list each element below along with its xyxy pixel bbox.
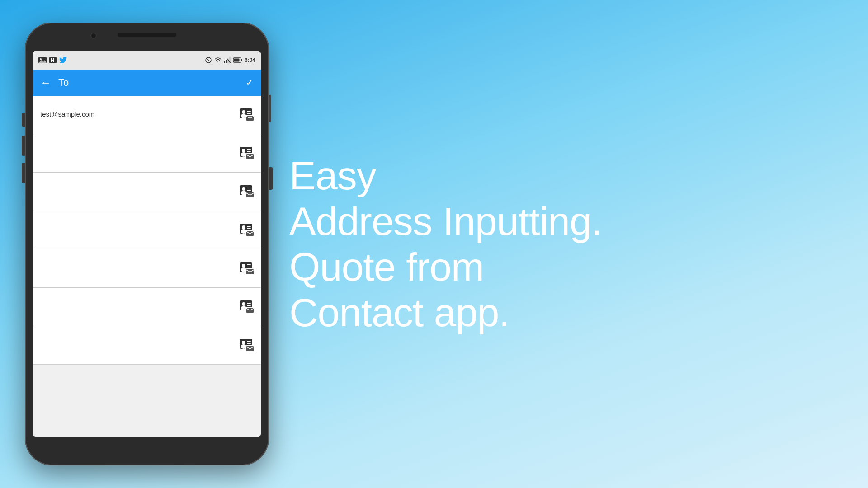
- contact-card-icon-4: [240, 224, 254, 236]
- svg-rect-7: [224, 61, 225, 63]
- signal-icon: [224, 57, 231, 63]
- svg-rect-42: [247, 264, 251, 265]
- svg-rect-49: [247, 305, 251, 306]
- headline-line3: Quote from: [289, 244, 832, 290]
- svg-rect-14: [234, 59, 239, 62]
- address-row: [33, 249, 261, 288]
- contact-picker-3[interactable]: [238, 183, 255, 200]
- address-row: [33, 96, 261, 134]
- contact-picker-5[interactable]: [238, 260, 255, 277]
- n-status-icon: N: [49, 57, 57, 63]
- contact-picker-6[interactable]: [238, 298, 255, 315]
- svg-rect-25: [247, 151, 251, 152]
- svg-text:N: N: [51, 57, 54, 63]
- address-row: [33, 326, 261, 365]
- headline-text: Easy Address Inputting. Quote from Conta…: [289, 153, 832, 336]
- address-row: [33, 288, 261, 326]
- svg-line-6: [207, 59, 210, 61]
- mute-button: [22, 113, 25, 127]
- contact-picker-1[interactable]: [238, 106, 255, 123]
- back-button[interactable]: ←: [40, 77, 51, 88]
- contact-card-icon-2: [240, 147, 254, 160]
- svg-point-28: [242, 187, 245, 191]
- phone-screen: N: [33, 51, 261, 437]
- mute-icon: [205, 57, 212, 63]
- email-input-1[interactable]: [40, 110, 238, 120]
- contact-picker-4[interactable]: [238, 221, 255, 239]
- svg-point-16: [242, 110, 245, 114]
- svg-point-1: [40, 58, 42, 60]
- svg-rect-8: [226, 60, 227, 63]
- svg-point-22: [242, 149, 245, 152]
- svg-rect-31: [247, 190, 251, 191]
- phone-camera: [90, 33, 97, 39]
- svg-rect-18: [247, 111, 251, 112]
- status-bar: N: [33, 51, 261, 70]
- headline-line4: Contact app.: [289, 290, 832, 335]
- svg-rect-54: [247, 341, 251, 342]
- svg-rect-55: [247, 343, 251, 344]
- svg-point-40: [242, 264, 245, 267]
- volume-down-button: [22, 163, 25, 183]
- power-button: [269, 167, 273, 190]
- phone-shell: N: [25, 23, 269, 465]
- email-input-4[interactable]: [40, 225, 238, 235]
- battery-status-icon: [233, 57, 242, 63]
- app-bar-title: To: [58, 77, 238, 89]
- right-panel: Easy Address Inputting. Quote from Conta…: [244, 117, 868, 372]
- svg-point-34: [242, 225, 245, 229]
- twitter-status-icon: [59, 57, 67, 63]
- email-input-5[interactable]: [40, 264, 238, 273]
- confirm-button[interactable]: ✓: [245, 77, 254, 89]
- contact-picker-7[interactable]: [238, 337, 255, 354]
- svg-point-46: [242, 302, 245, 306]
- status-icons-left: N: [38, 57, 67, 63]
- svg-rect-24: [247, 149, 251, 150]
- address-row: [33, 134, 261, 173]
- svg-rect-36: [247, 226, 251, 227]
- address-list: [33, 96, 261, 365]
- contact-card-icon-5: [240, 262, 254, 275]
- status-icons-right: 6:04: [205, 57, 255, 63]
- volume-up-button: [22, 136, 25, 156]
- email-input-3[interactable]: [40, 187, 238, 197]
- svg-rect-37: [247, 228, 251, 229]
- phone-mockup: N: [25, 23, 269, 465]
- contact-card-icon-7: [240, 339, 254, 352]
- contact-card-icon-3: [240, 185, 254, 198]
- headline-line1: Easy: [289, 153, 832, 198]
- app-bar: ← To ✓: [33, 70, 261, 96]
- contact-card-icon-1: [240, 108, 254, 121]
- contact-picker-2[interactable]: [238, 145, 255, 162]
- email-input-6[interactable]: [40, 302, 238, 312]
- svg-rect-13: [241, 59, 242, 61]
- email-input-2[interactable]: [40, 149, 238, 158]
- headline-line2: Address Inputting.: [289, 198, 832, 244]
- svg-rect-43: [247, 267, 251, 267]
- address-row: [33, 173, 261, 211]
- address-row: [33, 211, 261, 249]
- contact-card-icon-6: [240, 300, 254, 313]
- svg-point-52: [242, 341, 245, 344]
- image-status-icon: [38, 57, 47, 63]
- svg-rect-30: [247, 188, 251, 188]
- email-input-7[interactable]: [40, 341, 238, 350]
- svg-rect-19: [247, 113, 251, 114]
- wifi-icon: [214, 57, 222, 63]
- svg-rect-48: [247, 303, 251, 304]
- time-display: 6:04: [245, 57, 255, 63]
